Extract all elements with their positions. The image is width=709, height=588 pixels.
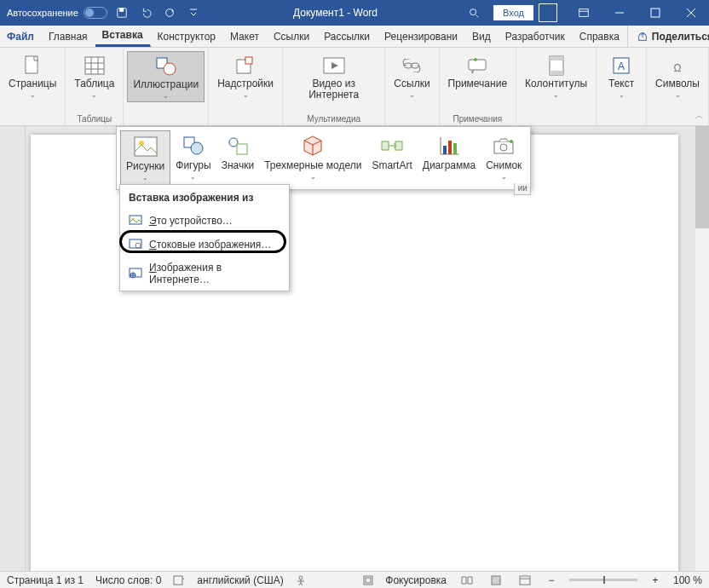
chevron-down-icon: ⌄ — [501, 173, 507, 181]
chevron-down-icon: ⌄ — [310, 173, 316, 181]
svg-rect-30 — [443, 146, 447, 154]
tab-design[interactable]: Конструктор — [151, 26, 223, 47]
header-footer-icon — [545, 55, 568, 77]
cube-icon — [301, 134, 325, 158]
zoom-in-button[interactable]: + — [649, 574, 661, 586]
chevron-down-icon: ⌄ — [619, 91, 625, 99]
smartart-icon — [380, 134, 404, 158]
header-footer-button[interactable]: Колонтитулы ⌄ — [520, 51, 592, 101]
ribbon-display-options-icon[interactable] — [566, 0, 602, 26]
zoom-slider[interactable] — [569, 579, 637, 581]
account-icon[interactable] — [539, 3, 557, 22]
collapse-ribbon-icon[interactable]: ︿ — [695, 110, 704, 122]
addins-icon — [234, 55, 257, 77]
maximize-button[interactable] — [637, 0, 673, 26]
icons-button[interactable]: Значки — [216, 130, 260, 186]
svg-rect-4 — [579, 9, 589, 17]
icons-icon — [226, 134, 250, 158]
language-status[interactable]: английский (США) — [197, 574, 283, 586]
chevron-down-icon: ⌄ — [675, 91, 681, 99]
smartart-button[interactable]: SmartArt — [366, 130, 417, 186]
illustrations-gallery: Рисунки ⌄ Фигуры ⌄ Значки Трехмерные мод… — [116, 126, 531, 190]
svg-text:A: A — [618, 61, 625, 72]
svg-rect-31 — [448, 141, 452, 154]
close-button[interactable] — [673, 0, 709, 26]
tab-developer[interactable]: Разработчик — [499, 26, 573, 47]
online-pictures-item[interactable]: Изображения в Интернете… — [120, 257, 289, 291]
screenshot-button[interactable]: Снимок ⌄ — [481, 130, 527, 186]
comment-button[interactable]: Примечание — [443, 51, 512, 91]
shapes-icon — [182, 134, 205, 158]
redo-icon[interactable] — [160, 3, 179, 22]
svg-rect-17 — [550, 56, 563, 61]
ribbon-tabs: Файл Главная Вставка Конструктор Макет С… — [0, 26, 709, 48]
svg-point-9 — [164, 63, 176, 75]
addins-button[interactable]: Надстройки ⌄ — [212, 51, 279, 101]
word-count[interactable]: Число слов: 0 — [95, 574, 161, 586]
stock-images-item[interactable]: Стоковые изображения… — [120, 233, 289, 257]
minimize-button[interactable] — [602, 0, 637, 26]
web-layout-icon[interactable] — [516, 574, 533, 587]
group-media-caption: Мультимедиа — [307, 112, 360, 124]
svg-text:Ω: Ω — [674, 62, 682, 74]
svg-rect-44 — [366, 578, 371, 583]
save-icon[interactable] — [112, 3, 131, 22]
group-tables-caption: Таблицы — [77, 112, 112, 124]
spellcheck-icon[interactable] — [173, 575, 185, 585]
table-button[interactable]: Таблица ⌄ — [69, 51, 119, 101]
pages-button[interactable]: Страницы ⌄ — [3, 51, 61, 101]
links-button[interactable]: Ссылки ⌄ — [389, 51, 435, 101]
accessibility-icon[interactable] — [296, 575, 306, 585]
print-layout-icon[interactable] — [487, 574, 504, 587]
zoom-out-button[interactable]: − — [545, 574, 557, 586]
chevron-down-icon: ⌄ — [553, 91, 559, 99]
pictures-button[interactable]: Рисунки ⌄ — [120, 130, 170, 186]
tab-file[interactable]: Файл — [0, 26, 42, 47]
page-status[interactable]: Страница 1 из 1 — [7, 574, 84, 586]
chevron-down-icon: ⌄ — [30, 91, 36, 99]
scrollbar-thumb[interactable] — [695, 126, 709, 228]
illustrations-button[interactable]: Иллюстрации ⌄ — [127, 51, 205, 102]
3d-models-button[interactable]: Трехмерные модели ⌄ — [259, 130, 366, 186]
sign-in-button[interactable]: Вход — [493, 5, 533, 20]
text-button[interactable]: A Текст ⌄ — [600, 51, 643, 101]
autosave-toggle[interactable] — [84, 7, 107, 19]
vertical-scrollbar[interactable] — [695, 126, 709, 571]
online-video-button[interactable]: Видео из Интернета — [286, 51, 381, 102]
vertical-ruler — [15, 126, 26, 571]
tab-view[interactable]: Вид — [465, 26, 499, 47]
camera-icon — [492, 134, 516, 158]
tab-help[interactable]: Справка — [573, 26, 627, 47]
zoom-level[interactable]: 100 % — [673, 574, 702, 586]
tab-insert[interactable]: Вставка — [95, 26, 151, 47]
qat-customize-icon[interactable] — [184, 3, 203, 22]
tab-layout[interactable]: Макет — [223, 26, 267, 47]
video-icon — [323, 55, 345, 77]
svg-point-25 — [191, 142, 203, 154]
search-icon[interactable] — [468, 7, 493, 19]
share-button[interactable]: Поделиться — [627, 26, 709, 47]
document-area — [0, 126, 709, 571]
svg-point-34 — [500, 144, 507, 151]
symbols-button[interactable]: Ω Символы ⌄ — [650, 51, 705, 101]
chevron-down-icon: ⌄ — [243, 91, 249, 99]
tab-review[interactable]: Рецензировани — [378, 26, 465, 47]
shapes-icon — [155, 55, 177, 78]
tab-mailings[interactable]: Рассылки — [317, 26, 378, 47]
link-icon — [401, 55, 423, 77]
chevron-down-icon: ⌄ — [91, 91, 97, 99]
svg-point-42 — [299, 576, 303, 579]
tab-references[interactable]: Ссылки — [267, 26, 317, 47]
submenu-header: Вставка изображения из — [120, 185, 289, 209]
svg-rect-18 — [550, 71, 563, 75]
table-icon — [84, 55, 106, 77]
focus-mode-label[interactable]: Фокусировка — [385, 574, 447, 586]
title-bar: Автосохранение Документ1 - Word Вход — [0, 0, 709, 26]
shapes-button[interactable]: Фигуры ⌄ — [170, 130, 216, 186]
focus-mode-icon[interactable] — [363, 575, 373, 585]
chart-button[interactable]: Диаграмма — [418, 130, 481, 186]
from-this-device-item[interactable]: Это устройство… — [120, 209, 289, 233]
tab-home[interactable]: Главная — [42, 26, 95, 47]
undo-icon[interactable] — [136, 3, 155, 22]
read-mode-icon[interactable] — [458, 574, 476, 587]
